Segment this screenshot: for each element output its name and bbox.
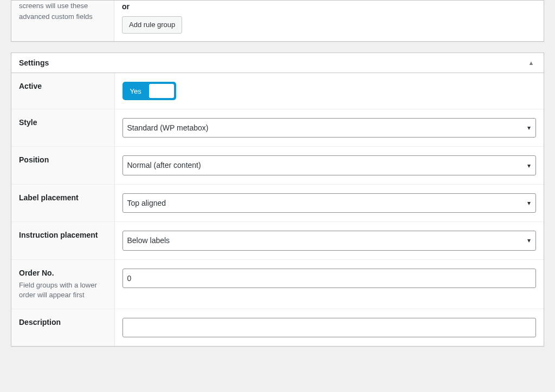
row-instruction-placement: Instruction placement Below labels: [11, 222, 544, 259]
or-label: or: [122, 1, 536, 11]
collapse-toggle-icon[interactable]: ▲: [524, 60, 544, 66]
style-select[interactable]: Standard (WP metabox): [122, 118, 537, 138]
style-label: Style: [19, 118, 107, 127]
instruction-placement-label: Instruction placement: [19, 231, 107, 239]
row-description: Description: [11, 309, 544, 346]
row-active: Active Yes: [11, 73, 544, 109]
active-label: Active: [19, 82, 107, 90]
settings-panel-title: Settings: [11, 53, 56, 73]
active-toggle[interactable]: Yes: [122, 82, 176, 100]
label-placement-select[interactable]: Top aligned: [122, 193, 537, 213]
location-description: screens will use these advanced custom f…: [11, 1, 114, 41]
label-placement-label: Label placement: [19, 193, 107, 202]
row-order-no: Order No. Field groups with a lower orde…: [11, 259, 544, 309]
position-label: Position: [19, 155, 107, 164]
order-no-description: Field groups with a lower order will app…: [19, 280, 107, 300]
active-toggle-value: Yes: [124, 83, 148, 99]
description-label: Description: [19, 318, 107, 326]
description-input[interactable]: [122, 318, 537, 337]
row-position: Position Normal (after content): [11, 147, 544, 184]
location-panel: screens will use these advanced custom f…: [11, 0, 544, 42]
row-style: Style Standard (WP metabox): [11, 109, 544, 147]
toggle-slider: [149, 84, 174, 98]
order-no-label: Order No.: [19, 269, 107, 277]
settings-panel-header: Settings ▲: [11, 53, 544, 73]
add-rule-group-button[interactable]: Add rule group: [122, 16, 182, 34]
order-no-input[interactable]: [122, 269, 537, 288]
settings-panel: Settings ▲ Active Yes: [11, 53, 544, 347]
row-label-placement: Label placement Top aligned: [11, 184, 544, 221]
instruction-placement-select[interactable]: Below labels: [122, 231, 537, 250]
position-select[interactable]: Normal (after content): [122, 155, 537, 175]
